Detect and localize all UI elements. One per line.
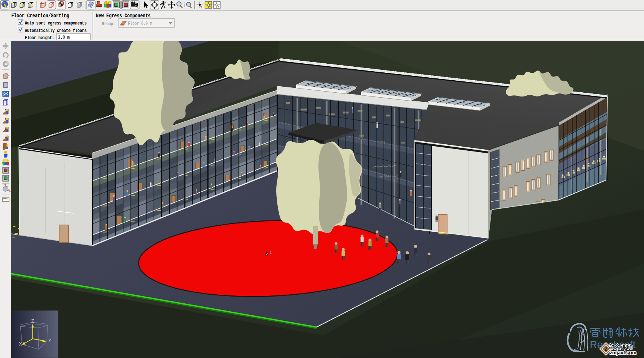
svg-text:Floor Creation/Sorting: Floor Creation/Sorting (11, 13, 69, 19)
svg-text:Auto sort egress components: Auto sort egress components (25, 20, 87, 26)
svg-text:Y: Y (48, 338, 52, 343)
svg-text:3.0 m: 3.0 m (58, 35, 70, 40)
svg-text:Group:: Group: (102, 21, 115, 27)
svg-text:Automatically create floors: Automatically create floors (25, 28, 87, 34)
svg-text:Z: Z (31, 318, 34, 324)
svg-text:New Egress Components: New Egress Components (96, 13, 151, 19)
svg-text:zmjaxf.com: zmjaxf.com (610, 350, 636, 355)
svg-text:X: X (19, 341, 22, 347)
svg-text:Floor height:: Floor height: (25, 35, 54, 41)
svg-text:1: 1 (269, 250, 272, 255)
svg-text:Floor 0.0 m: Floor 0.0 m (128, 21, 152, 26)
